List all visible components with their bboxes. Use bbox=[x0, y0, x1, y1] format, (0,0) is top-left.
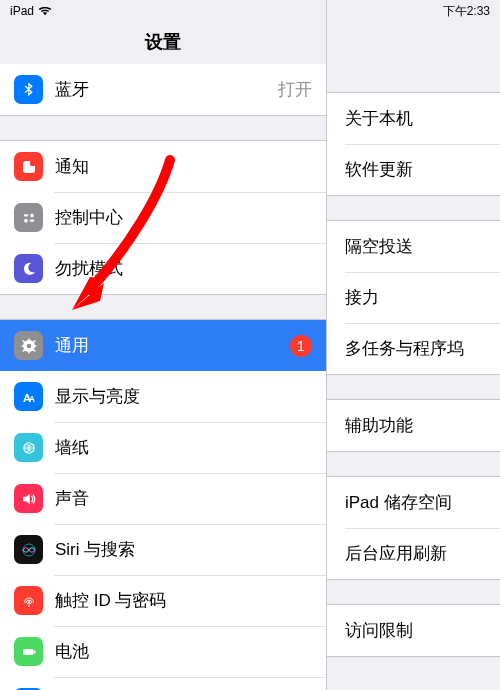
sidebar-title: 设置 bbox=[0, 22, 326, 64]
sidebar-item-label: 墙纸 bbox=[55, 436, 326, 459]
svg-rect-2 bbox=[23, 214, 28, 216]
svg-text:A: A bbox=[29, 394, 35, 403]
svg-rect-11 bbox=[33, 345, 36, 347]
sidebar-item-label: 触控 ID 与密码 bbox=[55, 589, 326, 612]
sidebar-item-touchid[interactable]: 触控 ID 与密码 bbox=[0, 575, 326, 626]
detail-item-label: 关于本机 bbox=[345, 107, 413, 130]
svg-point-3 bbox=[30, 213, 34, 217]
wallpaper-icon bbox=[14, 433, 43, 462]
svg-point-7 bbox=[26, 343, 31, 348]
detail-item-label: 辅助功能 bbox=[345, 414, 413, 437]
sidebar-item-label: 声音 bbox=[55, 487, 326, 510]
device-name: iPad bbox=[10, 4, 34, 18]
detail-item-multitasking[interactable]: 多任务与程序坞 bbox=[327, 323, 500, 374]
clock: 下午2:33 bbox=[443, 4, 490, 18]
detail-item-airdrop[interactable]: 隔空投送 bbox=[327, 221, 500, 272]
display-icon: AA bbox=[14, 382, 43, 411]
sidebar-item-bluetooth[interactable]: 蓝牙 打开 bbox=[0, 64, 326, 115]
battery-icon bbox=[14, 637, 43, 666]
gear-icon bbox=[14, 331, 43, 360]
svg-rect-4 bbox=[29, 219, 34, 221]
svg-point-19 bbox=[27, 446, 30, 449]
sidebar-item-battery[interactable]: 电池 bbox=[0, 626, 326, 677]
detail-group-1: 关于本机 软件更新 bbox=[327, 92, 500, 196]
sidebar-item-value: 打开 bbox=[278, 78, 326, 101]
sidebar-item-control-center[interactable]: 控制中心 bbox=[0, 192, 326, 243]
sidebar-group-2: 通用 1 AA 显示与亮度 墙纸 声音 bbox=[0, 319, 326, 690]
sound-icon bbox=[14, 484, 43, 513]
notifications-icon bbox=[14, 152, 43, 181]
detail-group-4: iPad 储存空间 后台应用刷新 bbox=[327, 476, 500, 580]
detail-item-background-refresh[interactable]: 后台应用刷新 bbox=[327, 528, 500, 579]
detail-item-accessibility[interactable]: 辅助功能 bbox=[327, 400, 500, 451]
sidebar-item-label: 勿扰模式 bbox=[55, 257, 326, 280]
sidebar-item-label: 显示与亮度 bbox=[55, 385, 326, 408]
dnd-icon bbox=[14, 254, 43, 283]
svg-point-5 bbox=[24, 218, 28, 222]
sidebar-item-label: Siri 与搜索 bbox=[55, 538, 326, 561]
detail-item-label: 访问限制 bbox=[345, 619, 413, 642]
status-bar: iPad 下午2:33 bbox=[0, 0, 500, 22]
sidebar-item-label: 通用 bbox=[55, 334, 290, 357]
svg-rect-9 bbox=[28, 350, 30, 353]
bluetooth-icon bbox=[14, 75, 43, 104]
svg-point-1 bbox=[29, 160, 35, 166]
detail-item-label: 后台应用刷新 bbox=[345, 542, 447, 565]
sidebar-group-partial: 蓝牙 打开 bbox=[0, 64, 326, 116]
badge: 1 bbox=[290, 335, 312, 357]
detail-pane: 关于本机 软件更新 隔空投送 接力 多任务与程序坞 辅助功能 iPad 储存空间… bbox=[327, 22, 500, 690]
sidebar-item-display[interactable]: AA 显示与亮度 bbox=[0, 371, 326, 422]
detail-item-label: iPad 储存空间 bbox=[345, 491, 452, 514]
detail-group-3: 辅助功能 bbox=[327, 399, 500, 452]
sidebar-item-notifications[interactable]: 通知 bbox=[0, 141, 326, 192]
detail-group-5: 访问限制 bbox=[327, 604, 500, 657]
detail-item-label: 接力 bbox=[345, 286, 379, 309]
settings-sidebar: 设置 蓝牙 打开 通知 控制中心 bbox=[0, 22, 326, 690]
detail-group-2: 隔空投送 接力 多任务与程序坞 bbox=[327, 220, 500, 375]
detail-item-storage[interactable]: iPad 储存空间 bbox=[327, 477, 500, 528]
detail-item-restrictions[interactable]: 访问限制 bbox=[327, 605, 500, 656]
detail-item-label: 隔空投送 bbox=[345, 235, 413, 258]
wifi-icon bbox=[38, 6, 52, 16]
detail-item-label: 软件更新 bbox=[345, 158, 413, 181]
sidebar-item-label: 蓝牙 bbox=[55, 78, 278, 101]
svg-rect-8 bbox=[28, 338, 30, 341]
detail-item-handoff[interactable]: 接力 bbox=[327, 272, 500, 323]
sidebar-item-wallpaper[interactable]: 墙纸 bbox=[0, 422, 326, 473]
sidebar-item-siri[interactable]: Siri 与搜索 bbox=[0, 524, 326, 575]
detail-item-label: 多任务与程序坞 bbox=[345, 337, 464, 360]
svg-rect-10 bbox=[21, 345, 24, 347]
sidebar-item-dnd[interactable]: 勿扰模式 bbox=[0, 243, 326, 294]
control-center-icon bbox=[14, 203, 43, 232]
sidebar-group-1: 通知 控制中心 勿扰模式 bbox=[0, 140, 326, 295]
sidebar-item-label: 控制中心 bbox=[55, 206, 326, 229]
siri-icon bbox=[14, 535, 43, 564]
sidebar-item-privacy[interactable]: 隐私 bbox=[0, 677, 326, 690]
sidebar-item-label: 电池 bbox=[55, 640, 326, 663]
sidebar-item-general[interactable]: 通用 1 bbox=[0, 320, 326, 371]
sidebar-item-label: 通知 bbox=[55, 155, 326, 178]
detail-item-about[interactable]: 关于本机 bbox=[327, 93, 500, 144]
detail-item-software-update[interactable]: 软件更新 bbox=[327, 144, 500, 195]
sidebar-item-sound[interactable]: 声音 bbox=[0, 473, 326, 524]
svg-rect-23 bbox=[23, 649, 34, 655]
svg-rect-24 bbox=[33, 650, 35, 653]
touchid-icon bbox=[14, 586, 43, 615]
